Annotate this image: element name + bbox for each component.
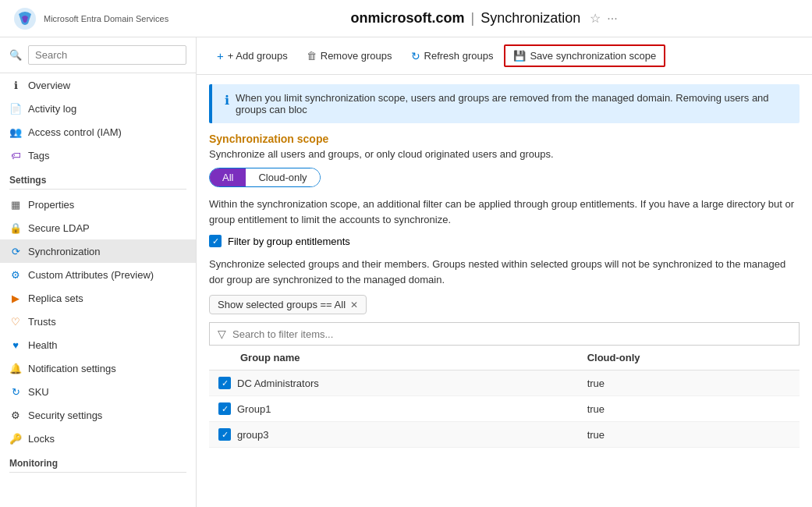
sidebar-item-label: Replica sets	[28, 292, 83, 304]
filter-checkbox-row: Filter by group entitlements	[209, 235, 800, 247]
sidebar-item-label: Access control (IAM)	[28, 126, 122, 138]
row-checkbox[interactable]	[218, 402, 231, 415]
sidebar-item-label: Health	[28, 339, 58, 351]
search-input[interactable]	[28, 45, 186, 65]
settings-section-label: Settings	[0, 167, 196, 189]
toolbar: + + Add groups 🗑 Remove groups ↻ Refresh…	[197, 37, 812, 75]
add-groups-button[interactable]: + + Add groups	[209, 45, 296, 66]
filter-icon: ▽	[218, 328, 226, 340]
sidebar-item-locks[interactable]: 🔑 Locks	[0, 427, 196, 450]
remove-groups-button[interactable]: 🗑 Remove groups	[299, 46, 400, 66]
info-banner: ℹ When you limit synchronization scope, …	[209, 84, 800, 123]
cloud-only-header: Cloud-only	[578, 346, 800, 370]
bars-icon: ▦	[9, 198, 22, 211]
sidebar-item-access-control[interactable]: 👥 Access control (IAM)	[0, 120, 196, 144]
trash-icon: 🗑	[307, 50, 317, 62]
scope-desc: Synchronize all users and groups, or onl…	[209, 148, 800, 160]
table-row: Group1 true	[209, 396, 800, 422]
group-name-cell: Group1	[209, 396, 578, 422]
sidebar-item-label: SKU	[28, 386, 49, 398]
heart-icon: ♡	[9, 315, 22, 328]
table-header-row: Group name Cloud-only	[209, 346, 800, 370]
page-title-area: onmicrosoft.com | Synchronization ☆ ···	[168, 10, 800, 27]
sidebar-item-notification-settings[interactable]: 🔔 Notification settings	[0, 356, 196, 380]
gear-small-icon: ⚙	[9, 409, 22, 421]
sync-icon: ⟳	[9, 245, 22, 257]
sidebar-item-label: Activity log	[28, 103, 76, 115]
logo-subtitle: Microsoft Entra Domain Services	[44, 14, 168, 23]
search-filter-row: ▽	[209, 322, 800, 346]
sync-scope-toggle: All Cloud-only	[209, 168, 321, 187]
sidebar-item-label: Notification settings	[28, 363, 116, 374]
tag-icon: 🏷	[9, 149, 22, 161]
add-icon: +	[217, 49, 224, 62]
sidebar-item-label: Trusts	[28, 316, 56, 328]
table-row: group3 true	[209, 422, 800, 448]
people-icon: 👥	[9, 126, 22, 138]
domain-title: onmicrosoft.com	[351, 10, 465, 27]
sidebar-item-label: Properties	[28, 199, 74, 211]
group-name-cell: group3	[209, 422, 578, 448]
filter-checkbox-label: Filter by group entitlements	[228, 236, 350, 247]
sidebar-search-area: 🔍	[0, 37, 196, 73]
table-search-input[interactable]	[232, 328, 791, 340]
filter-checkbox[interactable]	[209, 235, 222, 247]
pill-all[interactable]: All	[210, 168, 246, 186]
sidebar-item-label: Locks	[28, 433, 55, 445]
groups-table: Group name Cloud-only DC Administrators …	[209, 346, 800, 448]
more-options-icon[interactable]: ···	[607, 12, 617, 26]
logo-area: Microsoft Entra Domain Services	[12, 6, 168, 31]
favorite-star-icon[interactable]: ☆	[590, 11, 601, 26]
sidebar-item-secure-ldap[interactable]: 🔒 Secure LDAP	[0, 216, 196, 239]
sidebar-item-trusts[interactable]: ♡ Trusts	[0, 310, 196, 333]
sidebar-item-activity-log[interactable]: 📄 Activity log	[0, 97, 196, 120]
pill-cloud-only[interactable]: Cloud-only	[246, 168, 319, 186]
row-checkbox[interactable]	[218, 377, 231, 389]
refresh-circle-icon: ↻	[9, 385, 22, 398]
sidebar: 🔍 ℹ Overview 📄 Activity log 👥 Access con…	[0, 37, 197, 507]
main-layout: 🔍 ℹ Overview 📄 Activity log 👥 Access con…	[0, 37, 812, 507]
refresh-icon: ↻	[411, 50, 420, 62]
sidebar-item-label: Custom Attributes (Preview)	[28, 269, 154, 281]
sidebar-item-custom-attributes[interactable]: ⚙ Custom Attributes (Preview)	[0, 263, 196, 286]
group-name-cell: DC Administrators	[209, 370, 578, 396]
monitoring-section-label: Monitoring	[0, 450, 196, 472]
filter-description: Within the synchronization scope, an add…	[209, 197, 800, 227]
group-name-label: Group1	[237, 403, 271, 415]
group-name-header: Group name	[209, 346, 578, 370]
group-filter-row: Show selected groups == All ✕	[209, 295, 800, 314]
filter-tag-label: Show selected groups == All	[218, 299, 346, 310]
scope-section-title: Synchronization scope	[209, 133, 800, 145]
entra-logo-icon	[12, 6, 37, 31]
ekg-icon: ♥	[9, 339, 22, 351]
save-icon: 💾	[513, 50, 526, 62]
save-scope-button[interactable]: 💾 Save synchronization scope	[504, 44, 665, 67]
row-checkbox[interactable]	[218, 428, 231, 441]
top-header: Microsoft Entra Domain Services onmicros…	[0, 0, 812, 37]
group-name-label: DC Administrators	[237, 378, 319, 389]
sidebar-item-tags[interactable]: 🏷 Tags	[0, 144, 196, 167]
doc-icon: 📄	[9, 102, 22, 115]
sidebar-item-health[interactable]: ♥ Health	[0, 333, 196, 356]
search-icon: 🔍	[9, 49, 22, 61]
bell-icon: 🔔	[9, 362, 22, 374]
page-name: Synchronization	[480, 10, 580, 27]
refresh-groups-button[interactable]: ↻ Refresh groups	[403, 46, 502, 66]
sidebar-item-replica-sets[interactable]: ▶ Replica sets	[0, 286, 196, 310]
sidebar-item-label: Security settings	[28, 410, 102, 421]
sidebar-item-overview[interactable]: ℹ Overview	[0, 73, 196, 97]
sidebar-item-label: Secure LDAP	[28, 222, 90, 234]
sidebar-item-label: Synchronization	[28, 246, 101, 257]
lock-icon: 🔑	[9, 432, 22, 445]
sidebar-item-label: Tags	[28, 150, 49, 161]
title-separator: |	[471, 10, 475, 27]
group-name-label: group3	[237, 429, 268, 441]
info-icon: ℹ	[225, 93, 229, 108]
sidebar-item-security-settings[interactable]: ⚙ Security settings	[0, 403, 196, 427]
sidebar-item-sku[interactable]: ↻ SKU	[0, 380, 196, 403]
sidebar-item-synchronization[interactable]: ⟳ Synchronization	[0, 239, 196, 263]
sidebar-item-properties[interactable]: ▦ Properties	[0, 193, 196, 216]
filter-tag-close-button[interactable]: ✕	[350, 300, 358, 310]
info-banner-text: When you limit synchronization scope, us…	[236, 92, 787, 115]
content-body: Synchronization scope Synchronize all us…	[197, 123, 812, 507]
